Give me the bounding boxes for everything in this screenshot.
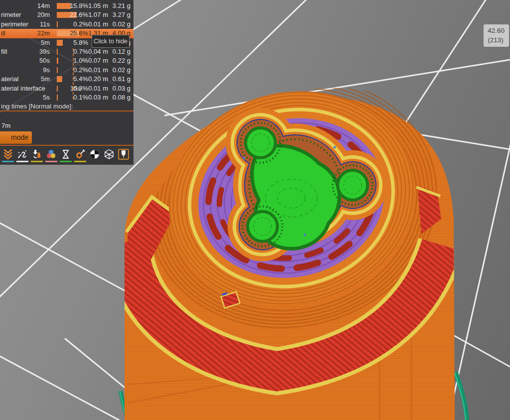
legend-row[interactable]: aterial interface15s0.3%0.01 m0.03 g xyxy=(0,84,133,93)
feature-weight: 0.03 g xyxy=(100,84,130,93)
feature-weight: 0.61 g xyxy=(100,75,130,84)
feature-weight: 0.22 g xyxy=(100,56,130,65)
sliced-model xyxy=(122,48,464,420)
toggle-underline xyxy=(45,161,57,162)
layer-z-height: 42.60 xyxy=(488,26,505,35)
feature-weight: 3.27 g xyxy=(100,10,130,19)
seams-toggle[interactable] xyxy=(89,149,100,162)
separator xyxy=(0,145,133,146)
feature-time: 22m xyxy=(0,29,50,38)
pause-prints-icon xyxy=(60,149,71,160)
feature-weight: 0.08 g xyxy=(100,93,130,102)
legend-row[interactable]: 9s0.2%0.01 m0.02 g xyxy=(0,66,133,75)
feature-weight: 0.02 g xyxy=(100,20,130,29)
separator xyxy=(0,110,133,111)
travel-moves-toggle[interactable] xyxy=(2,149,13,162)
color-changes-toggle[interactable] xyxy=(46,149,57,162)
legend-toggle-icon xyxy=(118,149,129,160)
feature-time: 20m xyxy=(0,10,50,19)
retractions-toggle[interactable] xyxy=(17,149,28,162)
toggle-underline xyxy=(89,161,101,162)
feature-time: 5m xyxy=(0,38,50,47)
toggle-underline xyxy=(2,161,14,162)
legend-row[interactable]: perimeter11s0.2%0.01 m0.02 g xyxy=(0,20,133,29)
legend-row[interactable]: 14m15.8%1.05 m3.21 g xyxy=(0,1,133,10)
layer-number: (213) xyxy=(488,35,505,45)
feature-weight: 0.02 g xyxy=(100,66,130,75)
feature-time: 39s xyxy=(0,47,50,56)
feature-time: 50s xyxy=(0,56,50,65)
bar-axis-dashed-line xyxy=(73,48,74,100)
toggle-underline xyxy=(103,161,115,162)
feature-percent: 5.8% xyxy=(57,38,88,47)
slicer-preview-window: 14m15.8%1.05 m3.21 g rimeter20m22.6%1.07… xyxy=(0,0,510,420)
feature-weight: 3.21 g xyxy=(100,1,130,10)
pause-prints-toggle[interactable] xyxy=(60,149,71,162)
total-print-time: 7m xyxy=(1,122,10,129)
legend-row[interactable]: 50s1.0%0.07 m0.22 g xyxy=(0,56,133,65)
shells-toggle[interactable] xyxy=(104,149,115,162)
feature-table: 14m15.8%1.05 m3.21 g rimeter20m22.6%1.07… xyxy=(0,1,133,102)
retractions-icon xyxy=(17,149,28,160)
feature-weight: 0.12 g xyxy=(100,47,130,56)
toggle-underline xyxy=(74,161,86,162)
view-options-toolbar xyxy=(2,149,129,162)
deretractions-toggle[interactable] xyxy=(31,149,42,162)
seams-icon xyxy=(89,149,100,160)
toggle-underline xyxy=(118,161,129,162)
color-changes-icon xyxy=(46,149,57,160)
shells-icon xyxy=(104,149,115,160)
travel-moves-icon xyxy=(2,149,13,160)
toggle-underline xyxy=(60,161,72,162)
legend-row[interactable]: aterial5m5.4%0.20 m0.61 g xyxy=(0,75,133,84)
click-to-hide-tooltip: Click to hide xyxy=(92,35,129,48)
legend-panel: 14m15.8%1.05 m3.21 g rimeter20m22.6%1.07… xyxy=(0,0,133,165)
feature-time: 5m xyxy=(0,75,50,84)
custom-gcode-icon xyxy=(75,149,86,160)
print-mode-button[interactable]: mode xyxy=(0,131,32,144)
toggle-underline xyxy=(31,161,43,162)
print-times-header: ing times [Normal mode]: xyxy=(1,103,73,110)
deretractions-icon xyxy=(31,149,42,160)
toggle-underline xyxy=(16,161,28,162)
legend-toggle[interactable] xyxy=(118,149,129,162)
custom-gcode-toggle[interactable] xyxy=(75,149,86,162)
feature-time: 9s xyxy=(0,66,50,75)
legend-row[interactable]: rimeter20m22.6%1.07 m3.27 g xyxy=(0,10,133,19)
feature-time: 11s xyxy=(0,20,50,29)
legend-row[interactable]: fill39s0.7%0.04 m0.12 g xyxy=(0,47,133,56)
feature-time: 5s xyxy=(0,93,50,102)
layer-slider-badge: 42.60 (213) xyxy=(484,24,509,47)
feature-time: 14m xyxy=(0,1,50,10)
legend-row[interactable]: 5s0.1%0.03 m0.08 g xyxy=(0,93,133,102)
